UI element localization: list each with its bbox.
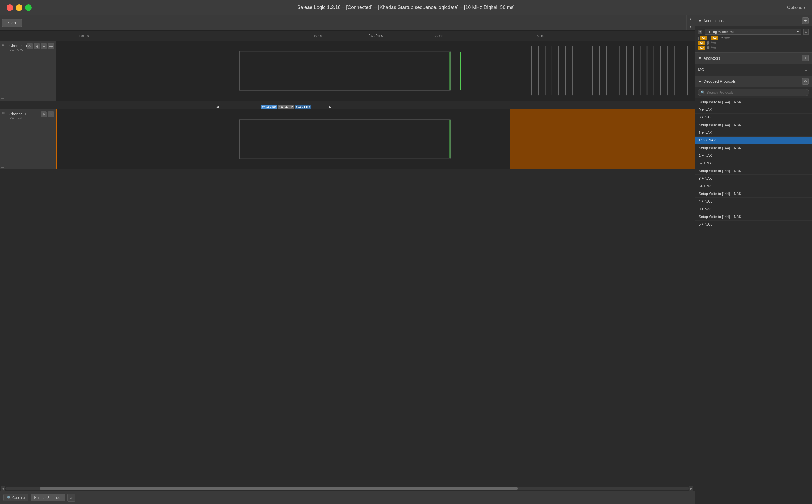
scroll-up-button[interactable]: ▲ [687,15,695,23]
capture-button[interactable]: 🔍 Capture [3,494,28,501]
channel-0-gear-icon[interactable]: ⚙ [26,43,32,49]
annotations-title: ▼ Annotations [698,19,724,23]
scroll-right-button[interactable]: ▶ [689,486,693,491]
analyzers-add-button[interactable]: + [802,55,809,61]
scroll-left-button[interactable]: ◀ [1,486,5,491]
channel-0-number: 00 [2,43,5,46]
protocol-list-item[interactable]: Setup Write to [144] + NAK [695,213,812,221]
channel-0-signal [56,41,695,101]
a1-a2-value: ### [724,36,730,40]
a1-marker: A1 [700,36,707,40]
session-gear-icon: ⚙ [69,496,73,500]
channel-0-play-icon[interactable]: ▶ [41,43,47,49]
protocol-list[interactable]: Setup Write to [144] + NAK0 + NAK0 + NAK… [695,98,812,504]
protocol-list-item[interactable]: 0 + NAK [695,106,812,114]
channel-0-forward-icon[interactable]: ▶▶ [48,43,54,49]
annotations-header: ▼ Annotations + [695,15,812,26]
channel-1-number: 01 [2,111,5,115]
minimize-button[interactable] [16,4,22,11]
decoded-protocols-section: ▼ Decoded Protocols ⚙ 🔍 Setup Write to [… [695,76,812,504]
measure-freq-label: f 40.47 Hz [278,105,294,109]
timing-marker-row: ▼ Timing Marker Pair ▾ ⚙ [698,28,809,35]
channel-0-resize-handle[interactable] [1,98,4,100]
maximize-button[interactable] [25,4,32,11]
channel-0-icons: ⚙ ◀ ▶ ▶▶ [26,43,54,49]
channel-1-gear-icon[interactable]: ⚙ [41,111,47,117]
timeline-marker-3: +20 ms [433,34,443,37]
status-bar: 🔍 Capture Khadas Startup... ⚙ [0,491,695,504]
window-title: Saleae Logic 1.2.18 – [Connected] – [Kha… [297,5,515,10]
channel-1-close-icon[interactable]: ✕ [48,111,54,117]
protocol-list-item[interactable]: Setup Write to [144] + NAK [695,121,812,129]
close-button[interactable] [7,4,13,11]
titlebar: Saleae Logic 1.2.18 – [Connected] – [Kha… [0,0,812,15]
timeline-marker-2: +10 ms [312,34,322,37]
timing-marker-gear-icon[interactable]: ⚙ [803,29,809,35]
channel-1-signal-area [56,109,695,169]
a2-at-value: ### [711,46,716,50]
capture-search-icon: 🔍 [7,496,11,500]
channels-area: 00 Channel 0 I2C - SDA ⚙ ◀ ▶ ▶▶ [0,41,695,486]
a2-marker: A2 [711,36,718,40]
protocol-list-item[interactable]: 1 + NAK [695,129,812,137]
a1-at-marker: A1 [698,41,705,45]
decoded-protocols-gear-button[interactable]: ⚙ [802,78,809,85]
channel-0-back-icon[interactable]: ◀ [34,43,40,49]
session-settings-button[interactable]: ⚙ [67,494,75,502]
timing-marker-label: Timing Marker Pair [707,30,735,34]
channel-0-signal-area [56,41,695,101]
annotations-add-button[interactable]: + [802,17,809,24]
scroll-arrows: ▲ ▼ [686,15,695,30]
protocol-list-item[interactable]: 0 + NAK [695,205,812,213]
protocol-list-item[interactable]: Setup Write to [144] + NAK [695,167,812,175]
options-label: Options [787,5,802,10]
a1-a2-row: | A1 – A2 | = ### [698,35,809,40]
scrollbar-track[interactable] [5,487,689,490]
search-icon: 🔍 [701,90,705,94]
timeline-marker-1: +90 ms [79,34,88,37]
timing-marker-icon: ▼ [698,30,702,34]
timeline-zero: 0 s : 0 ms [368,34,383,38]
horizontal-scrollbar[interactable]: ◀ ▶ [0,486,695,491]
protocol-list-item[interactable]: 4 + NAK [695,198,812,205]
session-tab[interactable]: Khadas Startup... [31,494,65,501]
options-chevron-icon: ▾ [803,5,805,10]
start-button[interactable]: Start [2,19,22,27]
protocol-list-item[interactable]: Setup Write to [144] + NAK [695,144,812,152]
protocol-list-item[interactable]: 64 + NAK [695,182,812,190]
protocol-list-item[interactable]: 3 + NAK [695,175,812,182]
scroll-down-button[interactable]: ▼ [687,23,695,31]
scrollbar-thumb[interactable] [40,487,518,490]
channel-1-icons: ⚙ ✕ [41,111,54,117]
protocol-list-item[interactable]: 52 + NAK [695,159,812,167]
annotations-section: ▼ Annotations + ▼ Timing Marker Pair ▾ ⚙ [695,15,812,53]
analyzer-i2c-gear-icon[interactable]: ⚙ [803,67,809,72]
search-protocols-input[interactable] [707,90,806,94]
protocol-list-item[interactable]: 0 + NAK [695,114,812,121]
analyzers-label: Analyzers [704,56,720,60]
annotations-chevron-icon: ▼ [698,19,702,23]
protocol-list-item[interactable]: 5 + NAK [695,221,812,228]
timing-marker-dropdown[interactable]: Timing Marker Pair ▾ [705,29,801,35]
pipe-icon: | [698,36,699,40]
measurement-bar-row: ◀ W 24.7 ms f 40.47 Hz t 24.71 ms [0,101,695,109]
measure-width-label: W 24.7 ms [261,105,277,109]
svg-rect-0 [56,41,695,101]
decoded-protocols-title: ▼ Decoded Protocols [698,79,736,84]
window-controls [7,4,32,11]
options-menu[interactable]: Options ▾ [787,5,805,10]
capture-label: Capture [12,496,25,500]
channel-1-cursor-line [56,109,57,169]
a2-at-row: A2 @ ### [698,45,809,50]
protocol-list-item[interactable]: 140 + NAK [695,137,812,144]
protocol-list-item[interactable]: Setup Write to [144] + NAK [695,98,812,106]
search-input-wrap: 🔍 [698,89,809,96]
protocol-list-item[interactable]: Setup Write to [144] + NAK [695,190,812,198]
timeline-marker-4: +30 ms [535,34,545,37]
channel-1-resize-handle[interactable] [1,166,4,168]
analyzers-content: I2C ⚙ [695,64,812,76]
analyzer-i2c-row: I2C ⚙ [698,66,809,73]
protocol-list-item[interactable]: 2 + NAK [695,152,812,159]
channel-1-orange-area [510,109,695,169]
a2-at-marker: A2 [698,46,705,50]
